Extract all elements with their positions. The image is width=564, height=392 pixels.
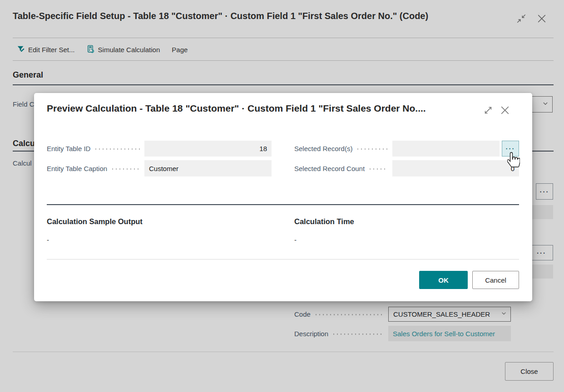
entity-table-id-field[interactable]: 18 (144, 141, 272, 157)
cancel-button[interactable]: Cancel (472, 271, 519, 289)
entity-table-id-label: Entity Table ID (47, 145, 90, 152)
cancel-button-label: Cancel (485, 276, 506, 284)
calculation-sample-output-header: Calculation Sample Output (47, 217, 143, 226)
selected-records-label: Selected Record(s) (294, 145, 352, 152)
dotted-leader (368, 168, 388, 170)
entity-table-id-value: 18 (259, 145, 267, 152)
selected-record-count-row: Selected Record Count 0 (294, 160, 519, 176)
dotted-leader (94, 148, 140, 150)
ok-button-label: OK (438, 276, 449, 284)
calculation-time-header: Calculation Time (294, 217, 354, 226)
selected-record-count-value: 0 (511, 165, 515, 172)
ellipsis-icon: ··· (506, 145, 515, 152)
selected-records-field[interactable] (392, 141, 500, 157)
close-dialog-icon[interactable] (500, 105, 510, 116)
preview-calculation-dialog: Preview Calculation - Table 18 "Customer… (34, 93, 532, 301)
dialog-section-rule (47, 204, 519, 205)
calculation-time-value: - (294, 236, 297, 244)
calculation-sample-output-value: - (47, 236, 49, 244)
dotted-leader (356, 148, 388, 150)
entity-table-id-row: Entity Table ID 18 (47, 141, 272, 157)
selected-records-row: Selected Record(s) ··· (294, 141, 519, 157)
selected-record-count-label: Selected Record Count (294, 165, 365, 172)
screen: Table-Specific Field Setup - Table 18 "C… (0, 0, 564, 392)
entity-table-caption-label: Entity Table Caption (47, 165, 107, 172)
expand-dialog-icon[interactable] (483, 105, 494, 116)
entity-table-caption-field[interactable]: Customer (144, 160, 272, 176)
dialog-title: Preview Calculation - Table 18 "Customer… (47, 103, 426, 114)
selected-record-count-field[interactable]: 0 (392, 160, 519, 176)
entity-table-caption-value: Customer (149, 165, 178, 172)
divider (47, 259, 519, 260)
dotted-leader (111, 168, 140, 170)
ok-button[interactable]: OK (419, 271, 468, 289)
entity-table-caption-row: Entity Table Caption Customer (47, 160, 272, 176)
selected-records-assist-button[interactable]: ··· (502, 141, 519, 157)
